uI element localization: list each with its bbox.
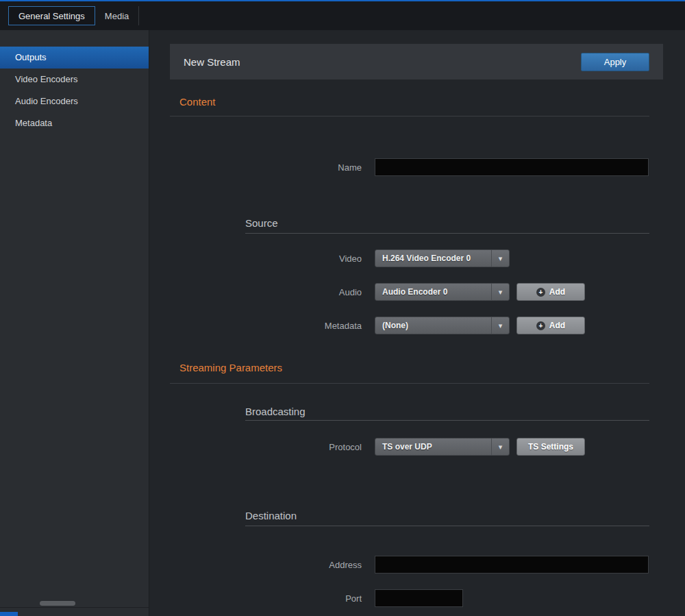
section-heading-streaming-parameters: Streaming Parameters xyxy=(170,362,649,384)
address-row: Address xyxy=(149,556,685,574)
add-metadata-button[interactable]: + Add xyxy=(516,317,585,334)
chevron-down-icon: ▾ xyxy=(491,317,509,334)
video-source-select[interactable]: H.264 Video Encoder 0 ▾ xyxy=(375,249,510,267)
subsection-heading-broadcasting: Broadcasting xyxy=(245,406,649,421)
tab-general-settings[interactable]: General Settings xyxy=(8,6,95,25)
apply-button[interactable]: Apply xyxy=(581,53,649,71)
metadata-label: Metadata xyxy=(149,321,362,331)
audio-row: Audio Audio Encoder 0 ▾ + Add xyxy=(149,283,685,301)
sidebar-scrollbar-track xyxy=(0,607,149,608)
add-metadata-label: Add xyxy=(549,321,565,330)
metadata-source-value: (None) xyxy=(375,321,491,330)
video-row: Video H.264 Video Encoder 0 ▾ xyxy=(149,249,685,267)
subsection-heading-source: Source xyxy=(245,217,649,234)
metadata-source-select[interactable]: (None) ▾ xyxy=(375,317,510,334)
ts-settings-button[interactable]: TS Settings xyxy=(516,438,585,456)
video-label: Video xyxy=(149,254,362,264)
page-title: New Stream xyxy=(184,56,240,68)
sidebar-scrollbar-thumb[interactable] xyxy=(40,601,75,606)
name-row: Name xyxy=(149,158,685,176)
audio-source-select[interactable]: Audio Encoder 0 ▾ xyxy=(375,283,510,301)
port-row: Port xyxy=(149,589,685,607)
subsection-heading-destination: Destination xyxy=(245,510,649,526)
plus-icon: + xyxy=(536,321,545,330)
plus-icon: + xyxy=(536,288,545,297)
ts-settings-label: TS Settings xyxy=(528,442,573,452)
add-audio-label: Add xyxy=(549,287,565,297)
scroll-corner-accent xyxy=(0,612,18,616)
video-source-value: H.264 Video Encoder 0 xyxy=(375,254,491,263)
section-heading-content: Content xyxy=(170,96,649,116)
name-label: Name xyxy=(149,162,362,173)
port-input[interactable] xyxy=(375,589,463,607)
name-input[interactable] xyxy=(375,158,649,176)
protocol-select[interactable]: TS over UDP ▾ xyxy=(375,438,510,456)
sidebar-item-outputs[interactable]: Outputs xyxy=(0,47,149,69)
chevron-down-icon: ▾ xyxy=(491,284,509,300)
chevron-down-icon: ▾ xyxy=(491,439,509,455)
tab-separator xyxy=(138,6,139,25)
audio-label: Audio xyxy=(149,287,362,297)
protocol-row: Protocol TS over UDP ▾ TS Settings xyxy=(149,438,685,456)
sidebar-list: Outputs Video Encoders Audio Encoders Me… xyxy=(0,47,149,134)
metadata-row: Metadata (None) ▾ + Add xyxy=(149,317,685,334)
sidebar-item-video-encoders[interactable]: Video Encoders xyxy=(0,69,149,90)
topbar: General Settings Media xyxy=(0,0,685,30)
address-label: Address xyxy=(149,560,362,570)
sidebar-item-audio-encoders[interactable]: Audio Encoders xyxy=(0,90,149,112)
sidebar-item-metadata[interactable]: Metadata xyxy=(0,112,149,134)
sidebar: Outputs Video Encoders Audio Encoders Me… xyxy=(0,30,149,616)
audio-source-value: Audio Encoder 0 xyxy=(375,287,491,297)
tab-media[interactable]: Media xyxy=(95,6,138,25)
chevron-down-icon: ▾ xyxy=(491,250,509,267)
protocol-value: TS over UDP xyxy=(375,442,491,452)
port-label: Port xyxy=(149,593,362,604)
new-stream-header: New Stream Apply xyxy=(170,44,663,79)
main-panel: New Stream Apply Content Name Source Vid… xyxy=(149,30,685,616)
address-input[interactable] xyxy=(375,556,649,574)
add-audio-button[interactable]: + Add xyxy=(516,283,585,301)
protocol-label: Protocol xyxy=(149,442,362,452)
